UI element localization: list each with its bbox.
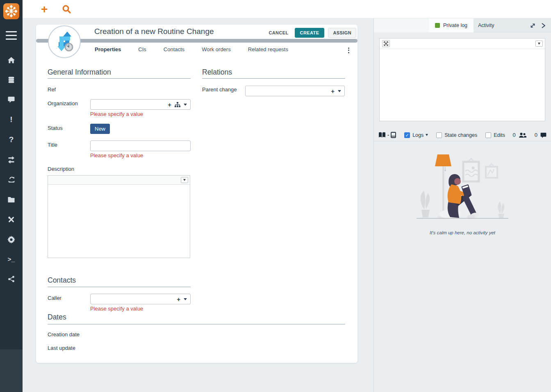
- title-label: Title: [48, 142, 57, 148]
- section-general-information: General Information: [48, 68, 111, 77]
- object-tabs: Properties CIs Contacts Work orders Rela…: [36, 43, 345, 56]
- tab-private-log[interactable]: Private log: [429, 18, 474, 32]
- tools-icon: [7, 215, 16, 224]
- expand-panel-button[interactable]: [530, 23, 535, 30]
- sidebar-item-problem-management[interactable]: ?: [0, 132, 23, 147]
- caret-down-icon[interactable]: [338, 90, 341, 92]
- description-editor[interactable]: [48, 175, 190, 258]
- ref-label: Ref: [48, 86, 56, 93]
- empty-state-caption: It's calm up here, no activity yet: [374, 230, 551, 235]
- sidebar-item-incident-management[interactable]: !: [0, 112, 23, 127]
- dash-separator: -: [387, 132, 389, 138]
- caller-select[interactable]: +: [90, 294, 191, 304]
- routine-change-icon: [55, 31, 74, 53]
- add-icon[interactable]: +: [168, 102, 171, 108]
- creation-date-label: Creation date: [48, 331, 80, 338]
- global-search-button[interactable]: [62, 5, 71, 16]
- collapse-panel-button[interactable]: [541, 23, 546, 30]
- page-title: Creation of a new Routine Change: [94, 27, 214, 36]
- quick-create-button[interactable]: +: [41, 1, 48, 18]
- swap-arrows-icon: [7, 156, 16, 164]
- sidebar-item-home[interactable]: [0, 53, 23, 68]
- open-book-icon[interactable]: [378, 132, 386, 138]
- tab-contacts[interactable]: Contacts: [155, 46, 193, 52]
- logs-checkbox[interactable]: [404, 132, 410, 138]
- hand-holding-icon: [7, 175, 16, 184]
- sidebar-item-run-queries[interactable]: >_: [0, 252, 23, 267]
- create-button[interactable]: CREATE: [295, 28, 325, 38]
- folder-icon: [7, 195, 16, 204]
- itop-logo[interactable]: [3, 3, 19, 19]
- section-dates: Dates: [48, 313, 66, 322]
- maximize-icon: [384, 41, 388, 46]
- expand-diagonal-icon: [530, 23, 535, 28]
- tabs-overflow-menu[interactable]: [346, 45, 352, 55]
- logs-label[interactable]: Logs: [412, 132, 423, 138]
- sidebar-item-change-management[interactable]: [0, 152, 23, 167]
- activity-empty-state: It's calm up here, no activity yet: [374, 152, 551, 235]
- sidebar-footer: [0, 349, 23, 392]
- main-content-area: Creation of a new Routine Change CANCEL …: [23, 18, 374, 392]
- sidebar-item-configuration-management[interactable]: [0, 73, 23, 87]
- organization-validation-message: Please specify a value: [90, 111, 143, 117]
- toolbar-expand-dropdown[interactable]: [181, 177, 188, 183]
- caret-down-icon[interactable]: [184, 298, 187, 300]
- tab-work-orders[interactable]: Work orders: [193, 46, 239, 52]
- plant-left: [421, 191, 430, 218]
- description-label: Description: [48, 166, 74, 172]
- maximize-editor-button[interactable]: [382, 40, 390, 47]
- state-changes-label[interactable]: State changes: [444, 132, 477, 138]
- section-contacts: Contacts: [48, 276, 76, 285]
- section-divider: [202, 78, 345, 79]
- parent-change-select[interactable]: +: [245, 86, 345, 96]
- hierarchy-icon[interactable]: [175, 102, 180, 107]
- object-creation-card: Creation of a new Routine Change CANCEL …: [36, 25, 357, 363]
- caret-down-icon: [538, 43, 540, 45]
- add-icon[interactable]: +: [331, 88, 335, 94]
- state-changes-checkbox[interactable]: [436, 132, 442, 138]
- tab-related-requests[interactable]: Related requests: [239, 46, 297, 52]
- activity-panel-tabbar: Private log Activity: [374, 18, 551, 32]
- itop-logo-icon: [3, 3, 19, 19]
- database-icon: [7, 76, 16, 84]
- assign-button[interactable]: ASSIGN: [328, 28, 356, 38]
- last-update-label: Last update: [48, 345, 75, 351]
- organization-label: Organization: [48, 100, 78, 106]
- caret-down-icon[interactable]: [184, 104, 187, 106]
- plant-right: [498, 202, 504, 218]
- edits-checkbox[interactable]: [485, 132, 491, 138]
- terminal-icon: >_: [7, 256, 15, 263]
- sidebar-item-configuration[interactable]: [0, 232, 23, 247]
- sidebar-item-data-administration[interactable]: [0, 192, 23, 207]
- edits-label[interactable]: Edits: [494, 132, 505, 138]
- people-icon: [519, 132, 526, 138]
- cancel-button[interactable]: CANCEL: [266, 28, 291, 37]
- editor-toolbar-dropdown[interactable]: [535, 41, 543, 47]
- sidebar-item-data-model[interactable]: [0, 272, 23, 286]
- tab-properties[interactable]: Properties: [86, 46, 130, 52]
- closed-book-icon[interactable]: [391, 132, 396, 138]
- sidebar-item-helpdesk[interactable]: [0, 92, 23, 107]
- private-log-editor[interactable]: [379, 38, 545, 121]
- section-divider: [48, 78, 191, 79]
- tab-cis[interactable]: CIs: [130, 46, 155, 52]
- no-activity-illustration: [413, 152, 512, 223]
- sidebar-item-admin-tools[interactable]: [0, 212, 23, 227]
- sidebar-item-service-management[interactable]: [0, 172, 23, 187]
- caller-validation-message: Please specify a value: [90, 306, 143, 312]
- title-validation-message: Please specify a value: [90, 152, 143, 159]
- organization-select[interactable]: +: [90, 99, 191, 110]
- activity-panel: Private log Activity: [374, 18, 551, 392]
- menu-toggle-icon[interactable]: [6, 31, 17, 42]
- object-class-medallion: [48, 25, 81, 58]
- title-input[interactable]: [90, 140, 191, 151]
- tab-private-log-label: Private log: [443, 23, 467, 28]
- tab-activity[interactable]: Activity: [472, 18, 500, 32]
- question-mark-icon: ?: [9, 135, 14, 144]
- logs-caret-down-icon[interactable]: [426, 134, 428, 136]
- add-icon[interactable]: +: [177, 296, 180, 302]
- global-topbar: +: [23, 0, 551, 18]
- caller-label: Caller: [48, 295, 61, 301]
- search-icon: [62, 5, 71, 14]
- app-sidebar: ! ?: [0, 0, 23, 392]
